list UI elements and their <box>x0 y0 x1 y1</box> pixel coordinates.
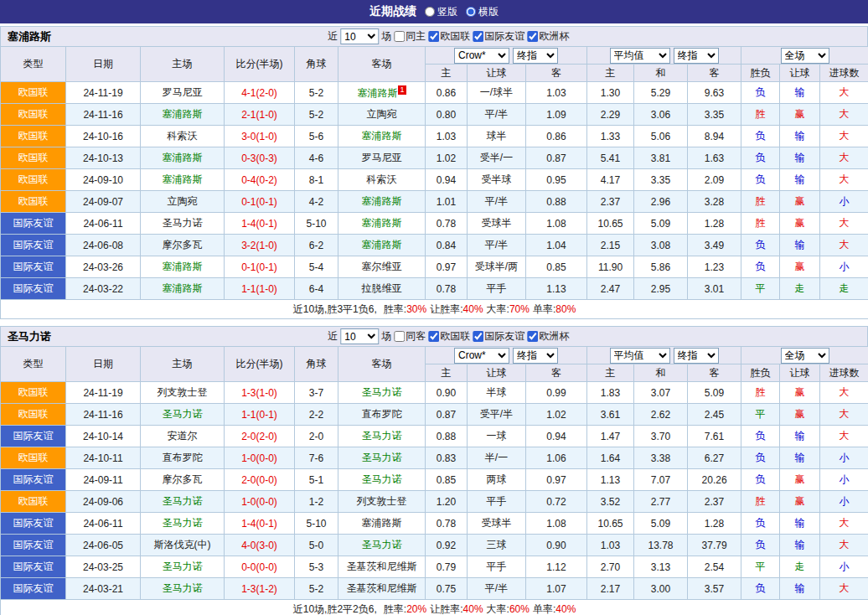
result-winlose: 负 <box>741 426 780 447</box>
bookmaker-select[interactable]: Crow* <box>454 348 509 364</box>
avg-stage-select[interactable]: 终指 <box>674 48 719 64</box>
result-goals: 小 <box>820 256 868 278</box>
avg-away: 20.26 <box>688 469 741 491</box>
odds-stage-select[interactable]: 终指 <box>513 48 558 64</box>
friendly-label: 国际友谊 <box>484 329 524 344</box>
handicap-line: 平/半 <box>468 235 526 256</box>
vertical-view-radio[interactable] <box>425 7 435 17</box>
friendly-checkbox[interactable] <box>473 331 483 342</box>
handicap-line: 半/一 <box>468 447 526 469</box>
result-goals: 大 <box>820 82 868 104</box>
result-handicap: 走 <box>780 278 820 300</box>
result-goals: 小 <box>820 191 868 213</box>
match-date: 24-11-16 <box>66 404 141 426</box>
near-label: 近 <box>328 29 338 44</box>
friendly-checkbox[interactable] <box>473 31 483 42</box>
result-goals: 大 <box>820 404 868 426</box>
score-halftime: 0-0(0-0) <box>225 556 295 578</box>
corner-kicks: 5-2 <box>295 82 338 104</box>
handicap-line: 三球 <box>468 535 526 556</box>
result-handicap: 赢 <box>780 404 820 426</box>
score-halftime: 3-0(1-0) <box>225 126 295 147</box>
bookmaker-select[interactable]: Crow* <box>454 48 509 64</box>
avg-draw: 3.70 <box>634 426 688 447</box>
vertical-view-label: 竖版 <box>437 5 457 19</box>
league-type-badge: 欧国联 <box>1 147 66 169</box>
league-filter-nations[interactable]: 欧国联 <box>428 329 470 344</box>
odds-group-header: Crow* 终指 <box>426 347 587 364</box>
nations-league-label: 欧国联 <box>440 29 470 44</box>
same-venue-checkbox[interactable] <box>394 31 405 42</box>
league-type-badge: 国际友谊 <box>1 535 66 556</box>
result-winlose: 负 <box>741 447 780 469</box>
match-date: 24-09-10 <box>66 169 141 191</box>
away-team: 圣马力诺 <box>338 382 426 404</box>
league-filter-friendly[interactable]: 国际友谊 <box>473 329 524 344</box>
odds-away: 1.06 <box>526 447 587 469</box>
nations-league-checkbox[interactable] <box>428 31 439 42</box>
horizontal-view-radio[interactable] <box>466 7 476 17</box>
avg-group-header: 平均值 终指 <box>587 347 741 364</box>
nations-league-checkbox[interactable] <box>428 331 439 342</box>
col-type: 类型 <box>1 47 66 82</box>
home-team: 圣马力诺 <box>141 404 225 426</box>
match-date: 24-10-16 <box>66 126 141 147</box>
view-option-horizontal[interactable]: 横版 <box>466 5 499 19</box>
odds-away: 0.87 <box>526 147 587 169</box>
same-venue-filter[interactable]: 同客 <box>394 329 426 344</box>
league-filter-euro[interactable]: 欧洲杯 <box>527 29 569 44</box>
avg-away: 8.94 <box>688 126 741 147</box>
league-filter-euro[interactable]: 欧洲杯 <box>527 329 569 344</box>
average-type-select[interactable]: 平均值 <box>610 348 670 364</box>
games-count-select[interactable]: 10 <box>340 328 379 344</box>
score-halftime: 1-0(0-0) <box>225 491 295 513</box>
recent-matches-table: 类型 日期 主场 比分(半场) 角球 客场 Crow* 终指 <box>0 46 868 319</box>
games-count-select[interactable]: 10 <box>340 28 379 44</box>
filter-controls: 近 10 场 同客 欧国联 国际友谊 <box>328 328 569 344</box>
result-winlose: 负 <box>741 578 780 600</box>
odds-away: 0.86 <box>526 126 587 147</box>
home-team: 立陶宛 <box>141 191 225 213</box>
col-odds-home: 主 <box>426 65 468 82</box>
euro-checkbox[interactable] <box>527 31 538 42</box>
result-handicap: 赢 <box>780 104 820 126</box>
handicap-line: 半球 <box>468 382 526 404</box>
scope-select[interactable]: 全场 <box>781 348 829 364</box>
odds-stage-select[interactable]: 终指 <box>513 348 558 364</box>
score-halftime: 2-1(1-0) <box>225 104 295 126</box>
summary-row: 近10场,胜3平1负6,胜率:30%让胜率:40%大率:70%单率:80% <box>1 300 868 319</box>
home-team: 塞浦路斯 <box>141 256 225 278</box>
filter-controls: 近 10 场 同主 欧国联 国际友谊 <box>328 28 569 44</box>
league-filter-friendly[interactable]: 国际友谊 <box>473 29 524 44</box>
euro-checkbox[interactable] <box>527 331 538 342</box>
away-team: 塞浦路斯 <box>338 213 426 235</box>
same-venue-filter[interactable]: 同主 <box>394 29 426 44</box>
result-winlose: 胜 <box>741 104 780 126</box>
result-winlose: 负 <box>741 126 780 147</box>
handicap-line: 平手 <box>468 556 526 578</box>
odds-home: 0.97 <box>426 256 468 278</box>
corner-kicks: 5-10 <box>295 213 338 235</box>
col-date: 日期 <box>66 47 141 82</box>
result-goals: 大 <box>820 126 868 147</box>
result-goals: 大 <box>820 104 868 126</box>
euro-label: 欧洲杯 <box>539 29 569 44</box>
odds-home: 0.85 <box>426 469 468 491</box>
stat-value: 80% <box>555 303 576 315</box>
avg-stage-select[interactable]: 终指 <box>674 348 719 364</box>
average-type-select[interactable]: 平均值 <box>610 48 670 64</box>
result-winlose: 平 <box>741 278 780 300</box>
view-option-vertical[interactable]: 竖版 <box>425 5 457 19</box>
handicap-line: 受球半 <box>468 213 526 235</box>
away-team: 圣基茨和尼维斯 <box>338 556 426 578</box>
scope-select[interactable]: 全场 <box>781 48 829 64</box>
col-away: 客场 <box>338 47 426 82</box>
odds-home: 0.92 <box>426 535 468 556</box>
avg-home: 2.37 <box>587 191 634 213</box>
same-venue-checkbox[interactable] <box>394 331 405 342</box>
avg-home: 1.47 <box>587 426 634 447</box>
corner-kicks: 5-0 <box>295 535 338 556</box>
avg-home: 2.17 <box>587 578 634 600</box>
league-filter-nations[interactable]: 欧国联 <box>428 29 470 44</box>
match-row: 国际友谊24-09-11摩尔多瓦2-0(0-0)5-1圣马力诺0.85两球0.9… <box>1 469 868 491</box>
